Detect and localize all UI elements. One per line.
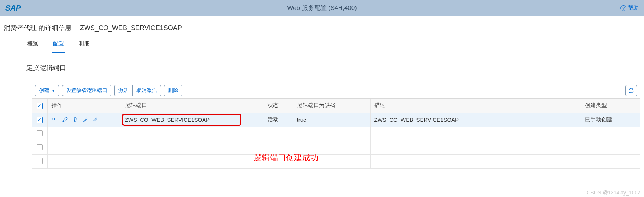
- page-title: Web 服务配置 (S4H;400): [287, 4, 357, 12]
- row-checkbox[interactable]: [37, 144, 43, 150]
- pencil-icon[interactable]: [82, 116, 89, 123]
- cell-is-default: true: [293, 113, 370, 127]
- select-all-checkbox[interactable]: [37, 103, 43, 109]
- table-row[interactable]: [32, 154, 640, 168]
- view-icon[interactable]: [51, 116, 58, 123]
- detail-name: ZWS_CO_WEB_SERVICE1SOAP: [80, 24, 182, 32]
- tab-bar: 概览 配置 明细: [0, 37, 644, 53]
- trash-icon[interactable]: [72, 116, 79, 123]
- delete-button[interactable]: 删除: [164, 85, 182, 96]
- detail-prefix: 消费者代理 的详细信息：: [4, 24, 78, 32]
- tab-detail[interactable]: 明细: [78, 37, 90, 53]
- table-row[interactable]: ZWS_CO_WEB_SERVICE1SOAP 活动 true ZWS_CO_W…: [32, 113, 640, 127]
- detail-title: 消费者代理 的详细信息： ZWS_CO_WEB_SERVICE1SOAP: [0, 16, 644, 37]
- table-toolbar: 创建 ▼ 设置缺省逻辑端口 激活 取消激活 删除: [32, 83, 640, 98]
- activate-button[interactable]: 激活: [114, 85, 132, 96]
- content-area: 定义逻辑端口 创建 ▼ 设置缺省逻辑端口 激活 取消激活 删除 操作 逻辑端口: [0, 53, 644, 173]
- cell-description: ZWS_CO_WEB_SERVICE1SOAP: [370, 113, 581, 127]
- logical-port-table: 操作 逻辑端口 状态 逻辑端口为缺省 描述 创建类型: [32, 98, 640, 169]
- chevron-down-icon: ▼: [51, 89, 55, 93]
- tab-config[interactable]: 配置: [52, 37, 65, 53]
- set-default-button[interactable]: 设置缺省逻辑端口: [62, 85, 111, 96]
- logical-port-value: ZWS_CO_WEB_SERVICE1SOAP: [125, 117, 210, 123]
- sap-logo: SAP: [5, 3, 21, 13]
- header-actions[interactable]: 操作: [47, 99, 121, 113]
- svg-point-0: [53, 118, 55, 120]
- row-actions: [51, 116, 117, 123]
- header-creation-type[interactable]: 创建类型: [581, 99, 640, 113]
- header-checkbox-cell: [32, 99, 47, 113]
- tab-overview[interactable]: 概览: [26, 37, 39, 53]
- header-status[interactable]: 状态: [264, 99, 293, 113]
- svg-point-1: [55, 118, 57, 120]
- row-checkbox[interactable]: [37, 130, 43, 136]
- create-label: 创建: [39, 87, 49, 94]
- table-row[interactable]: [32, 127, 640, 141]
- section-title: 定义逻辑端口: [26, 63, 640, 72]
- row-checkbox[interactable]: [37, 117, 43, 123]
- activate-group: 激活 取消激活: [114, 85, 161, 96]
- refresh-icon: [628, 87, 634, 94]
- table-row[interactable]: [32, 141, 640, 154]
- cell-logical-port: ZWS_CO_WEB_SERVICE1SOAP: [121, 113, 264, 127]
- tool-icon[interactable]: [93, 116, 99, 123]
- help-link[interactable]: ? 帮助: [620, 4, 639, 11]
- edit-icon[interactable]: [62, 116, 68, 123]
- header-description[interactable]: 描述: [370, 99, 581, 113]
- create-button[interactable]: 创建 ▼: [35, 85, 59, 96]
- deactivate-button[interactable]: 取消激活: [132, 85, 161, 96]
- app-header: SAP Web 服务配置 (S4H;400) ? 帮助: [0, 0, 644, 16]
- cell-status: 活动: [264, 113, 293, 127]
- cell-creation-type: 已手动创建: [581, 113, 640, 127]
- help-label: 帮助: [628, 4, 639, 11]
- header-logical-port[interactable]: 逻辑端口: [121, 99, 264, 113]
- refresh-button[interactable]: [625, 85, 637, 96]
- help-icon: ?: [620, 5, 626, 11]
- table-header-row: 操作 逻辑端口 状态 逻辑端口为缺省 描述 创建类型: [32, 99, 640, 113]
- row-checkbox[interactable]: [37, 158, 43, 164]
- header-is-default[interactable]: 逻辑端口为缺省: [293, 99, 370, 113]
